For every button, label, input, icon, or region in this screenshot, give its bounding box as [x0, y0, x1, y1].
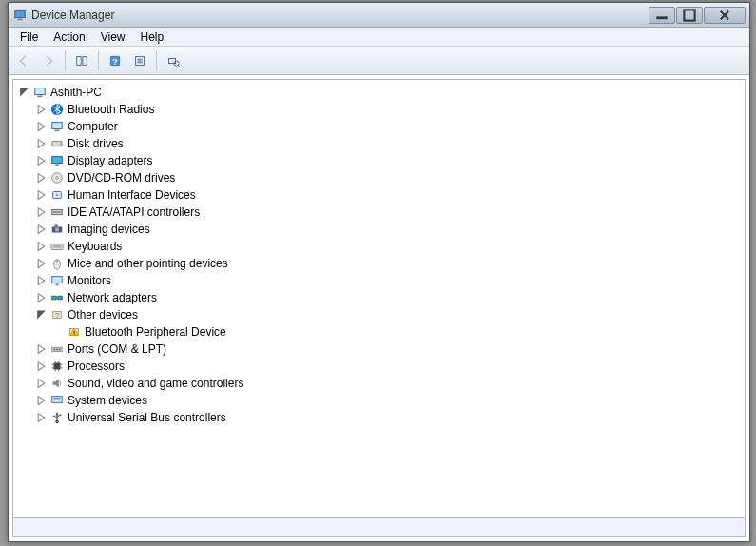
expand-icon[interactable]	[36, 207, 47, 218]
statusbar	[13, 517, 745, 536]
tree-node[interactable]: Keyboards	[34, 238, 745, 255]
collapse-icon[interactable]	[36, 310, 47, 321]
tree-node-label: Network adapters	[68, 291, 157, 304]
tree-node[interactable]: Ports (COM & LPT)	[34, 341, 745, 358]
tree-node-label: Monitors	[68, 274, 111, 287]
expand-icon[interactable]	[36, 361, 47, 372]
svg-rect-6	[77, 56, 81, 65]
maximize-button[interactable]	[676, 7, 703, 24]
expand-icon[interactable]	[36, 396, 47, 406]
tree-node-label: Universal Serial Bus controllers	[68, 411, 226, 424]
svg-rect-0	[15, 10, 26, 17]
svg-rect-34	[54, 225, 58, 227]
svg-rect-43	[58, 296, 62, 300]
svg-rect-63	[54, 398, 61, 399]
tree-node[interactable]: Processors	[34, 358, 745, 375]
tree-node-label: Ports (COM & LPT)	[68, 342, 166, 356]
window-title: Device Manager	[31, 9, 649, 22]
expand-icon[interactable]	[36, 122, 47, 132]
toolbar-separator	[65, 51, 66, 70]
menu-action[interactable]: Action	[46, 29, 92, 46]
tree-node[interactable]: Human Interface Devices	[34, 186, 745, 204]
tree-node[interactable]: ?Other devices	[34, 306, 745, 323]
ide-icon	[49, 205, 65, 220]
tree-node[interactable]: Network adapters	[34, 289, 745, 306]
tree-node-label: DVD/CD-ROM drives	[68, 171, 175, 185]
network-icon	[49, 290, 65, 305]
tree-node[interactable]: Disk drives	[34, 135, 745, 152]
close-button[interactable]	[704, 7, 746, 24]
warning-icon: !	[67, 324, 82, 340]
collapse-icon[interactable]	[19, 88, 29, 98]
expand-icon[interactable]	[36, 242, 47, 252]
tree-node-label: IDE ATA/ATAPI controllers	[68, 205, 200, 219]
tree-node[interactable]: Mice and other pointing devices	[34, 255, 745, 272]
menu-view[interactable]: View	[93, 29, 133, 46]
expand-icon[interactable]	[36, 190, 47, 201]
tree-node[interactable]: Universal Serial Bus controllers	[34, 409, 745, 426]
system-icon	[49, 393, 65, 408]
svg-line-16	[178, 65, 179, 66]
other-icon: ?	[49, 307, 65, 322]
tree-node[interactable]: Bluetooth Radios	[34, 101, 745, 118]
tree-node-label: Imaging devices	[68, 223, 150, 236]
content-pane: Ashith-PCBluetooth RadiosComputerDisk dr…	[12, 79, 746, 537]
sound-icon	[49, 376, 65, 391]
monitor-icon	[49, 273, 65, 288]
expand-icon[interactable]	[36, 139, 47, 149]
svg-point-50	[54, 349, 56, 351]
tree-node-label: Disk drives	[68, 137, 124, 150]
svg-rect-1	[17, 18, 22, 20]
minimize-button[interactable]	[649, 7, 675, 24]
svg-text:!: !	[73, 329, 75, 336]
expand-icon[interactable]	[36, 413, 47, 423]
svg-rect-17	[35, 88, 46, 95]
expand-icon[interactable]	[36, 259, 47, 269]
tree-node[interactable]: Imaging devices	[34, 221, 745, 238]
expand-icon[interactable]	[36, 105, 47, 115]
toolbar: ?	[9, 47, 749, 75]
tree-node-label: Keyboards	[68, 240, 122, 253]
show-hide-console-button[interactable]	[70, 49, 93, 72]
forward-button[interactable]	[37, 49, 60, 72]
tree-node-label: Sound, video and game controllers	[68, 377, 243, 390]
tree-node[interactable]: System devices	[34, 392, 745, 409]
bluetooth-icon	[49, 102, 65, 117]
tree-node[interactable]: !Bluetooth Peripheral Device	[51, 323, 745, 341]
titlebar[interactable]: Device Manager	[9, 3, 749, 28]
svg-text:?: ?	[112, 55, 118, 66]
device-tree[interactable]: Ashith-PCBluetooth RadiosComputerDisk dr…	[13, 80, 745, 517]
processor-icon	[49, 359, 65, 374]
tree-node[interactable]: Computer	[34, 118, 745, 135]
tree-node-label: Other devices	[68, 308, 138, 322]
svg-text:?: ?	[55, 312, 59, 319]
tree-node[interactable]: Display adapters	[34, 152, 745, 169]
help-button[interactable]: ?	[104, 49, 126, 72]
expand-icon[interactable]	[36, 344, 47, 355]
menubar: File Action View Help	[9, 28, 749, 47]
scan-hardware-button[interactable]	[162, 49, 184, 72]
imaging-icon	[49, 222, 65, 237]
tree-node[interactable]: DVD/CD-ROM drives	[34, 169, 745, 186]
tree-node[interactable]: Sound, video and game controllers	[34, 375, 745, 392]
svg-rect-20	[52, 123, 63, 129]
tree-node[interactable]: Ashith-PC	[17, 84, 745, 101]
device-manager-window: Device Manager File Action View Help ? A…	[8, 2, 750, 542]
menu-help[interactable]: Help	[133, 29, 172, 46]
usb-icon	[49, 410, 65, 425]
svg-rect-18	[37, 96, 42, 98]
tree-node[interactable]: IDE ATA/ATAPI controllers	[34, 204, 745, 221]
expand-icon[interactable]	[36, 156, 47, 166]
tree-node[interactable]: Monitors	[34, 272, 745, 289]
svg-point-29	[56, 194, 58, 196]
properties-button[interactable]	[128, 49, 151, 72]
svg-rect-7	[83, 56, 87, 65]
expand-icon[interactable]	[36, 173, 47, 184]
expand-icon[interactable]	[36, 276, 47, 286]
back-button[interactable]	[12, 49, 35, 72]
menu-file[interactable]: File	[12, 29, 46, 46]
expand-icon[interactable]	[36, 379, 47, 389]
computer-icon	[32, 85, 48, 100]
expand-icon[interactable]	[36, 293, 47, 303]
expand-icon[interactable]	[36, 224, 47, 235]
